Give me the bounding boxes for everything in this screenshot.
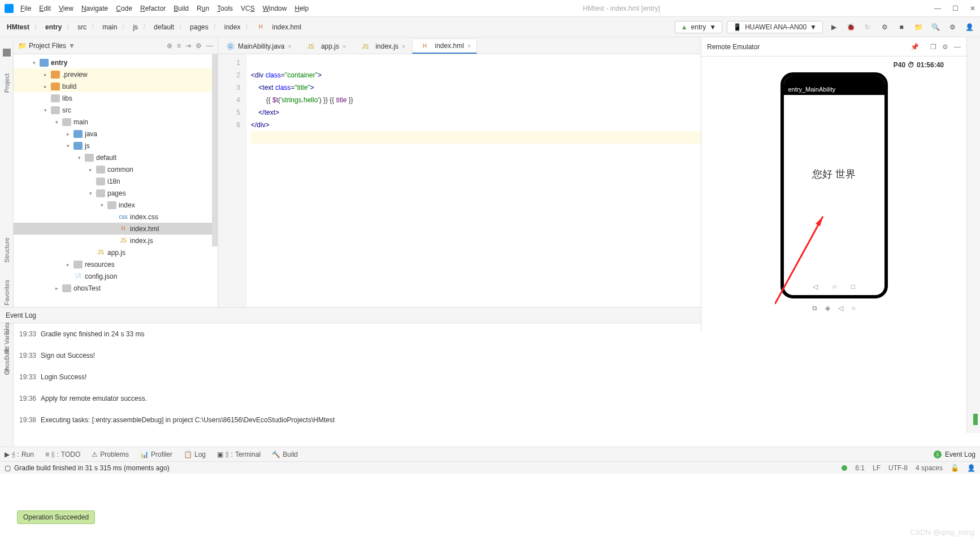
crumb-project[interactable]: HMtest — [5, 22, 32, 32]
inspector-icon[interactable]: 👤 — [967, 464, 975, 472]
run-icon[interactable]: ▶ — [827, 21, 840, 33]
tree-libs[interactable]: libs — [14, 92, 218, 104]
tree-preview[interactable]: ▸.preview — [14, 68, 218, 80]
gear-icon[interactable]: ⚙ — [196, 42, 202, 50]
tree-ohostest[interactable]: ▸ohosTest — [14, 282, 218, 294]
tree-resources[interactable]: ▸resources — [14, 258, 218, 270]
btab-terminal[interactable]: ▣ 9: Terminal — [217, 451, 261, 458]
menu-window[interactable]: Window — [263, 5, 287, 12]
profile-icon[interactable]: ⚙ — [878, 21, 891, 33]
tree-java[interactable]: ▸java — [14, 128, 218, 140]
line-ending[interactable]: LF — [873, 464, 881, 472]
emu-rotate-icon[interactable]: ◈ — [825, 304, 830, 312]
crumb-js[interactable]: js — [131, 22, 140, 32]
run-config-dropdown[interactable]: ▲entry▼ — [675, 21, 722, 33]
btab-eventlog[interactable]: 1Event Log — [934, 451, 975, 458]
device-dropdown[interactable]: 📱HUAWEI ANA-AN00▼ — [727, 21, 823, 33]
tab-close-icon[interactable]: × — [288, 43, 291, 50]
tab-close-icon[interactable]: × — [342, 43, 346, 50]
sidetab-project[interactable]: Project — [3, 73, 10, 93]
status-square-icon[interactable]: ▢ — [5, 464, 11, 472]
folder-icon[interactable]: 📁 — [912, 21, 925, 33]
btab-problems[interactable]: ⚠ Problems — [92, 451, 129, 458]
tree-indexjs[interactable]: JSindex.js — [14, 235, 218, 246]
btab-log[interactable]: 📋 Log — [184, 451, 206, 458]
sidetab-favorites[interactable]: Favorites — [3, 280, 10, 305]
sidetab-structure[interactable]: Structure — [3, 237, 10, 263]
menu-tools[interactable]: Tools — [217, 5, 233, 12]
sidetab-variants[interactable]: OhosBuild Variants — [3, 322, 10, 375]
encoding[interactable]: UTF-8 — [888, 464, 908, 472]
tree-build[interactable]: ▸build — [14, 80, 218, 92]
tree-scrollbar[interactable] — [212, 54, 218, 246]
crumb-pages[interactable]: pages — [188, 22, 211, 32]
tree-appjs[interactable]: JSapp.js — [14, 246, 218, 258]
tab-mainability[interactable]: CMainAbility.java× — [220, 39, 298, 54]
tree-entry[interactable]: ▾entry — [14, 57, 218, 68]
btab-run[interactable]: ▶ 4: Run — [5, 451, 34, 458]
crumb-default[interactable]: default — [151, 22, 176, 32]
search-icon[interactable]: 🔍 — [929, 21, 942, 33]
menu-run[interactable]: Run — [197, 5, 209, 12]
menu-help[interactable]: Help — [294, 5, 309, 12]
tab-appjs[interactable]: JSapp.js× — [298, 39, 352, 54]
maximize-icon[interactable]: ☐ — [952, 5, 959, 12]
crumb-module[interactable]: entry — [43, 22, 64, 32]
tree-pages[interactable]: ▾pages — [14, 187, 218, 199]
tree-main[interactable]: ▾main — [14, 116, 218, 128]
locate-icon[interactable]: ⊕ — [167, 42, 172, 50]
menu-file[interactable]: File — [20, 5, 31, 12]
project-view-title[interactable]: Project Files — [29, 42, 66, 50]
settings-icon[interactable]: ⚙ — [946, 21, 959, 33]
menu-refactor[interactable]: Refactor — [140, 5, 166, 12]
project-tree[interactable]: ▾entry ▸.preview ▸build libs ▾src ▾main … — [14, 54, 218, 307]
tree-i18n[interactable]: i18n — [14, 175, 218, 187]
tree-common[interactable]: ▸common — [14, 163, 218, 175]
emulator-window-icon[interactable]: ❐ — [930, 43, 936, 51]
crumb-file[interactable]: index.hml — [270, 22, 303, 32]
eventlog-scroll-marker[interactable] — [973, 414, 978, 425]
minimize-icon[interactable]: — — [934, 5, 941, 12]
emu-screenshot-icon[interactable]: ⧉ — [812, 304, 817, 312]
tab-close-icon[interactable]: × — [402, 43, 405, 50]
collapse-icon[interactable]: ⇥ — [185, 42, 191, 50]
crumb-main[interactable]: main — [100, 22, 119, 32]
pin-icon[interactable]: 📌 — [910, 43, 919, 51]
close-icon[interactable]: ✕ — [970, 5, 975, 12]
tree-js[interactable]: ▾js — [14, 140, 218, 151]
tree-index-folder[interactable]: ▾index — [14, 199, 218, 211]
coverage-icon[interactable]: ↻ — [861, 21, 874, 33]
crumb-src[interactable]: src — [75, 22, 89, 32]
btab-profiler[interactable]: 📊 Profiler — [140, 451, 172, 458]
menu-code[interactable]: Code — [116, 5, 132, 12]
tree-src[interactable]: ▾src — [14, 104, 218, 116]
debug-icon[interactable]: 🐞 — [844, 21, 857, 33]
menu-vcs[interactable]: VCS — [241, 5, 255, 12]
tab-indexhml[interactable]: Hindex.hml× — [412, 38, 478, 54]
menu-build[interactable]: Build — [174, 5, 189, 12]
tab-close-icon[interactable]: × — [467, 42, 471, 49]
hide-icon[interactable]: — — [206, 42, 213, 50]
emu-home-icon[interactable]: ○ — [851, 304, 855, 312]
btab-build[interactable]: 🔨 Build — [272, 451, 298, 458]
indent[interactable]: 4 spaces — [916, 464, 943, 472]
project-tool-icon[interactable] — [3, 49, 11, 57]
tree-indexcss[interactable]: cssindex.css — [14, 211, 218, 223]
tree-indexhml[interactable]: Hindex.hml — [14, 223, 218, 235]
stop-icon[interactable]: ■ — [895, 21, 908, 33]
avatar-icon[interactable]: 👤 — [963, 21, 975, 33]
btab-todo[interactable]: ≡ 6: TODO — [45, 451, 80, 458]
crumb-index[interactable]: index — [222, 22, 243, 32]
menu-view[interactable]: View — [59, 5, 73, 12]
tree-configjson[interactable]: 📄config.json — [14, 270, 218, 282]
caret-position[interactable]: 6:1 — [855, 464, 865, 472]
tree-default[interactable]: ▾default — [14, 151, 218, 163]
expand-icon[interactable]: ≡ — [177, 42, 181, 50]
menu-edit[interactable]: Edit — [39, 5, 51, 12]
tab-indexjs[interactable]: JSindex.js× — [352, 39, 411, 54]
emulator-settings-icon[interactable]: ⚙ — [942, 43, 948, 51]
eventlog-content[interactable]: 19:33Gradle sync finished in 24 s 33 ms … — [14, 323, 980, 447]
menu-navigate[interactable]: Navigate — [81, 5, 108, 12]
emu-back-icon[interactable]: ◁ — [838, 304, 843, 312]
emulator-hide-icon[interactable]: — — [954, 43, 961, 51]
